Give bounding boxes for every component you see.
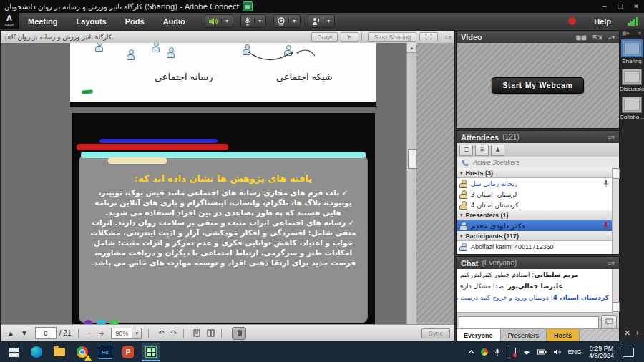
chat-tab-everyone[interactable]: Everyone [457, 329, 501, 341]
help-menu[interactable]: Help [594, 17, 611, 26]
presenters-section-header[interactable]: ▾ Presenters (1) [457, 210, 613, 220]
zoom-in-button[interactable]: ＋ [98, 328, 105, 338]
tray-battery-icon[interactable] [537, 349, 547, 355]
menu-pods[interactable]: Pods [116, 13, 154, 29]
page-total-label: / 21 [59, 329, 72, 337]
tray-microphone-icon[interactable] [494, 348, 500, 356]
filmstrip-view-icon[interactable]: ▦▦ [576, 34, 587, 41]
tray-recorder-icon[interactable] [507, 348, 516, 356]
attendee-row-presenter[interactable]: دکتر داودی مقدم [457, 220, 613, 231]
chat-send-button[interactable] [601, 315, 617, 329]
menu-meeting[interactable]: Meeting [19, 13, 67, 29]
chat-tab-hosts[interactable]: Hosts [547, 329, 580, 341]
tray-volume-icon[interactable] [553, 348, 561, 356]
chat-tab-presenters[interactable]: Presenters [501, 329, 547, 341]
page-number-input[interactable] [35, 327, 57, 339]
participants-section-header[interactable]: ▾ Participants (117) [457, 231, 613, 241]
status-button[interactable]: ▼ [308, 14, 335, 28]
zoom-select[interactable]: 90% ▼ [111, 328, 142, 339]
minimize-button[interactable]: – [597, 0, 613, 13]
page-down-button[interactable]: ▼ [21, 329, 28, 337]
recording-indicator-icon [569, 18, 575, 24]
page-up-button[interactable]: ▲ [7, 329, 14, 337]
fit-width-button[interactable] [207, 329, 215, 337]
pod-add-icon[interactable]: + [635, 328, 639, 338]
hosts-section-header[interactable]: ▾ Hosts (3) [457, 168, 613, 178]
stop-sharing-button[interactable]: Stop Sharing [368, 32, 416, 42]
chat-scrollbar[interactable] [612, 269, 619, 313]
attendee-row-participant[interactable]: Abolfazl karimi 40011712360 [457, 241, 613, 252]
tray-expand-chevron-icon[interactable] [468, 350, 474, 354]
phone-icon [461, 159, 469, 167]
start-my-webcam-button[interactable]: Start My Webcam [492, 77, 583, 94]
maximize-button[interactable]: ❐ [613, 0, 628, 13]
taskbar-clock[interactable]: 8:29 PM 4/8/2024 [589, 345, 614, 359]
menu-audio[interactable]: Audio [154, 13, 195, 29]
grid-view-button[interactable]: ⠿ [475, 145, 489, 156]
microphone-button[interactable]: ▼ [240, 14, 266, 28]
edge-taskbar-icon[interactable] [27, 343, 46, 361]
rotate-right-button[interactable]: ↷ [171, 329, 177, 337]
tray-wifi-icon[interactable] [522, 349, 531, 356]
scroll-up-icon[interactable]: ▲ [407, 43, 416, 53]
speaker-button[interactable]: ▼ [205, 14, 233, 28]
chat-message-2: علیرضا جمالی‌پور: صدا مشکل داره [460, 283, 609, 290]
file-explorer-taskbar-icon[interactable] [50, 343, 69, 361]
video-pod-menu-icon[interactable]: ≡▾ [608, 34, 615, 41]
attendee-row-host-1[interactable]: ریحانه زمانی سل [457, 178, 613, 189]
chat-input[interactable] [459, 316, 599, 328]
fullscreen-button[interactable] [419, 32, 438, 41]
powerpoint-taskbar-icon[interactable]: P [119, 343, 137, 361]
attendees-pod-menu-icon[interactable]: ≡▾ [608, 134, 615, 141]
video-pod-body: Start My Webcam [457, 43, 619, 128]
chat-pod-header: Chat (Everyone) ≡▾ [457, 257, 619, 269]
host-avatar-icon [459, 190, 467, 199]
webcam-button[interactable]: ▼ [273, 14, 301, 28]
rotate-left-button[interactable]: ↶ [158, 329, 164, 337]
video-pod-title: Video [461, 33, 482, 41]
sync-button[interactable]: Sync [421, 328, 450, 338]
adobe-connect-taskbar-icon[interactable] [142, 343, 160, 361]
photoshop-taskbar-icon[interactable]: Ps [96, 343, 114, 361]
fit-page-button[interactable] [193, 329, 200, 337]
zoom-caret-icon[interactable]: ▼ [132, 328, 141, 338]
chat-title: Chat [461, 259, 478, 268]
viewer-scrollbar[interactable]: ▲ [406, 43, 416, 326]
zoom-out-button[interactable]: − [88, 329, 92, 337]
tray-app-icon[interactable] [481, 348, 488, 356]
close-button[interactable]: ✕ [628, 0, 644, 13]
rail-close-icon[interactable]: ✕ [638, 31, 642, 36]
layout-collaboration-thumbnail[interactable] [622, 97, 642, 113]
layout-discussion-thumbnail[interactable] [622, 69, 642, 85]
attendees-title: Attendees [461, 133, 499, 142]
rail-menu-icon[interactable]: ▦▾ [622, 31, 629, 36]
connection-signal-icon[interactable] [627, 17, 638, 26]
status-caret-icon[interactable]: ▼ [323, 19, 331, 24]
action-center-icon[interactable] [623, 348, 634, 357]
attendee-row-host-3[interactable]: كردستان استان 4 [457, 200, 613, 210]
status-view-button[interactable]: ♟ [491, 145, 504, 156]
pointer-tool-button[interactable] [341, 32, 358, 42]
speaker-caret-icon[interactable]: ▼ [221, 19, 230, 24]
clock-time: 8:29 PM [589, 345, 614, 352]
layout-sharing-thumbnail[interactable] [621, 39, 643, 57]
pan-hand-tool-button[interactable] [232, 327, 246, 340]
draw-button[interactable]: Draw [311, 32, 338, 42]
language-indicator[interactable]: ENG [567, 348, 582, 356]
host-avatar-icon [459, 201, 467, 210]
attendee-row-host-2[interactable]: لرستان- استان 3 [457, 189, 613, 200]
microphone-caret-icon[interactable]: ▼ [254, 19, 263, 24]
chrome-taskbar-icon[interactable] [73, 343, 92, 361]
webcam-caret-icon[interactable]: ▼ [288, 19, 297, 24]
pod-close-icon[interactable]: ✕ [624, 328, 630, 338]
start-button[interactable] [4, 343, 23, 361]
attendees-count: (121) [502, 133, 519, 141]
attendees-pod-header: Attendees (121) ≡▾ [457, 131, 619, 143]
document-viewer[interactable]: رسانه اجتماعی شبكه اجتماعی یافته های پژو… [1, 43, 454, 326]
list-view-button[interactable]: ☰ [459, 145, 473, 156]
share-pod-menu-icon[interactable]: ≡▾ [444, 34, 452, 41]
menu-layouts[interactable]: Layouts [67, 13, 116, 29]
video-fullscreen-icon[interactable]: ⇱⇲ [592, 34, 602, 41]
attendees-scrollbar[interactable] [612, 168, 619, 254]
chat-pod-menu-icon[interactable]: ≡▾ [608, 260, 615, 267]
